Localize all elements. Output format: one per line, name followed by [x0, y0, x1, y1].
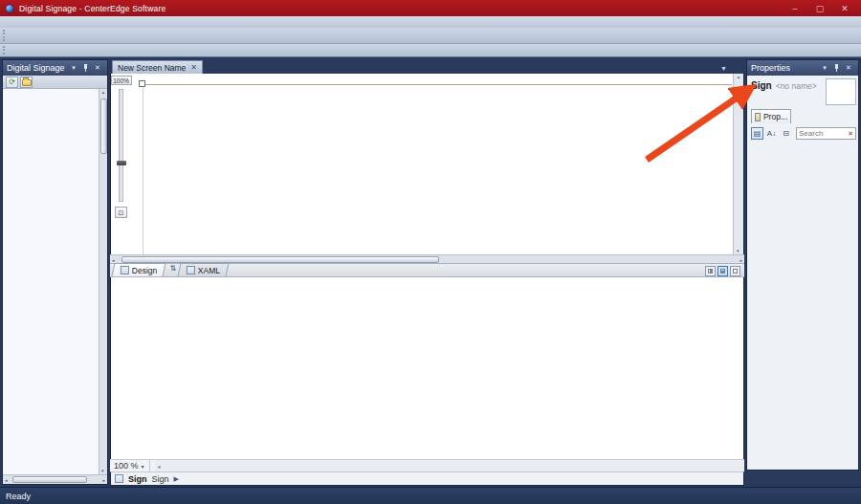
close-panel-icon[interactable]: ✕ — [92, 64, 103, 72]
explorer-header[interactable]: Digital Signage ▾ ✕ — [3, 60, 107, 76]
new-folder-button[interactable] — [20, 77, 33, 88]
property-search-box[interactable]: ✕ — [796, 127, 856, 140]
tab-close-icon[interactable]: ✕ — [190, 63, 197, 72]
explorer-vertical-scrollbar[interactable]: ▴▾ — [99, 89, 107, 474]
close-button[interactable]: ✕ — [837, 4, 852, 13]
horizontal-split-button[interactable] — [718, 266, 728, 276]
status-bar: Ready — [0, 487, 861, 504]
maximize-button[interactable]: ▢ — [812, 4, 828, 13]
editor-zoom-dropdown-icon[interactable]: ▾ — [142, 463, 144, 470]
explorer-toolbar: ⟳ — [3, 76, 107, 89]
editor-zoom-value[interactable]: 100 % — [114, 461, 139, 471]
zoom-percent-button[interactable]: 100% — [111, 76, 132, 85]
document-well-dropdown-icon[interactable]: ▼ — [720, 65, 727, 72]
document-tab-label: New Screen Name — [118, 63, 186, 73]
explorer-panel: Digital Signage ▾ ✕ ⟳ ▴▾ ◂▸ — [2, 59, 108, 485]
sort-alphabetical-button[interactable]: A↓ — [765, 127, 778, 140]
document-area: New Screen Name ✕ ▼ 100% ⊡ ▴▾ ◂▸ Design … — [110, 59, 744, 486]
zoom-fit-button[interactable]: ⊡ — [115, 207, 127, 218]
selected-element-name: <no name> — [776, 81, 822, 91]
toolbar-standard — [0, 28, 861, 44]
clear-search-icon[interactable]: ✕ — [846, 130, 855, 138]
window-position-icon[interactable]: ▾ — [819, 64, 830, 72]
zoom-slider[interactable] — [119, 89, 123, 202]
element-preview-thumbnail — [826, 78, 856, 105]
toolbar-grip[interactable] — [3, 30, 7, 40]
properties-panel: Properties ▾ ✕ Sign <no name> Prop... ▤ … — [746, 59, 859, 471]
minimize-button[interactable]: – — [787, 4, 803, 13]
group-button[interactable]: ⊟ — [780, 127, 792, 140]
editor-zoom-bar: 100 % ▾ ◂ — [110, 459, 744, 471]
refresh-button[interactable]: ⟳ — [6, 77, 18, 88]
xaml-view-tab[interactable]: XAML — [178, 263, 230, 276]
collapse-pane-button[interactable] — [730, 266, 740, 276]
selection-left-edge — [143, 84, 144, 254]
app-icon — [5, 4, 14, 13]
document-tab-strip: New Screen Name ✕ ▼ — [110, 59, 744, 74]
properties-title: Properties — [751, 63, 819, 73]
toolbar-grip[interactable] — [3, 46, 7, 55]
categorize-view-button[interactable]: ▤ — [751, 127, 763, 140]
zoom-slider-thumb[interactable] — [117, 161, 126, 165]
property-search-input[interactable] — [797, 129, 846, 138]
breadcrumb-root[interactable]: Sign — [128, 474, 147, 484]
editor-horizontal-scrollbar[interactable]: ◂ — [155, 460, 744, 471]
explorer-horizontal-scrollbar[interactable]: ◂▸ — [3, 474, 107, 484]
vertical-split-button[interactable] — [705, 266, 716, 276]
window-position-icon[interactable]: ▾ — [68, 64, 79, 72]
selection-top-edge — [143, 84, 732, 85]
menu-bar — [0, 16, 861, 28]
title-bar: Digital Signage - CenterEdge Software – … — [0, 0, 861, 16]
auto-hide-pin-icon[interactable] — [83, 64, 88, 72]
selection-handle[interactable] — [139, 80, 145, 87]
design-vertical-scrollbar[interactable]: ▴▾ — [733, 74, 743, 254]
explorer-title: Digital Signage — [7, 63, 68, 73]
design-view-tab[interactable]: Design — [112, 263, 166, 276]
design-zoom-control: 100% ⊡ — [113, 76, 129, 218]
xaml-tab-icon — [187, 266, 195, 274]
xaml-editor[interactable] — [110, 277, 744, 460]
tool-window-tabs — [746, 471, 859, 487]
window-title: Digital Signage - CenterEdge Software — [19, 4, 787, 13]
properties-toolbar: ▤ A↓ ⊟ ✕ — [751, 127, 856, 140]
design-surface[interactable]: 100% ⊡ ▴▾ — [110, 74, 744, 254]
breadcrumb-arrow-icon: ▶ — [174, 475, 179, 483]
close-panel-icon[interactable]: ✕ — [843, 64, 854, 72]
properties-header[interactable]: Properties ▾ ✕ — [747, 60, 858, 76]
design-horizontal-scrollbar[interactable]: ◂▸ — [110, 254, 744, 263]
document-tab[interactable]: New Screen Name ✕ — [112, 60, 203, 74]
toolbar-format — [0, 44, 861, 57]
selected-element-type: Sign — [751, 80, 772, 91]
breadcrumb: Sign Sign ▶ — [110, 471, 744, 486]
auto-hide-pin-icon[interactable] — [834, 64, 839, 72]
folder-icon — [22, 79, 32, 86]
explorer-tree: ▴▾ — [3, 89, 107, 474]
status-message: Ready — [6, 492, 31, 501]
property-sheet-icon — [755, 113, 761, 121]
split-view-tab-bar: Design ⇅ XAML — [110, 263, 744, 277]
breadcrumb-current[interactable]: Sign — [152, 474, 169, 484]
design-tab-icon — [121, 266, 129, 274]
element-icon — [115, 474, 123, 483]
properties-tab-button[interactable]: Prop... — [751, 109, 791, 123]
